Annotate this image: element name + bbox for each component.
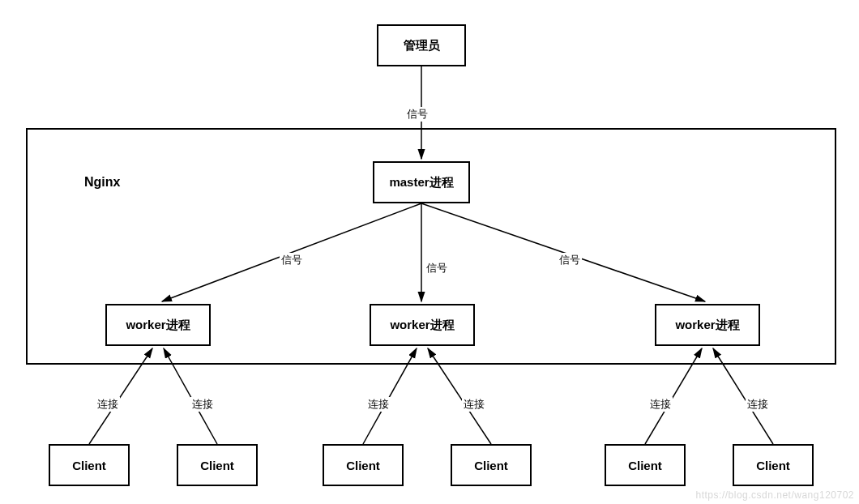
edge-client6-worker3-label: 连接 bbox=[746, 397, 770, 412]
edge-client3-worker2-label: 连接 bbox=[366, 397, 391, 412]
admin-box: 管理员 bbox=[377, 24, 466, 66]
client6-box: Client bbox=[733, 444, 814, 486]
client4-box: Client bbox=[451, 444, 532, 486]
worker2-box: worker进程 bbox=[370, 304, 475, 346]
worker1-label: worker进程 bbox=[126, 318, 190, 333]
client1-box: Client bbox=[49, 444, 130, 486]
worker3-box: worker进程 bbox=[655, 304, 760, 346]
client3-label: Client bbox=[346, 459, 380, 472]
client3-box: Client bbox=[323, 444, 404, 486]
edge-master-worker2-label: 信号 bbox=[425, 261, 449, 275]
master-label: master进程 bbox=[389, 175, 453, 190]
nginx-label: Nginx bbox=[84, 175, 120, 190]
client4-label: Client bbox=[474, 459, 508, 472]
client1-label: Client bbox=[72, 459, 106, 472]
client5-box: Client bbox=[605, 444, 686, 486]
watermark: https://blog.csdn.net/wang120702 bbox=[696, 489, 854, 501]
edge-client4-worker2-label: 连接 bbox=[462, 397, 486, 412]
client5-label: Client bbox=[628, 459, 662, 472]
client6-label: Client bbox=[756, 459, 790, 472]
edge-client5-worker3-label: 连接 bbox=[648, 397, 673, 412]
client2-label: Client bbox=[200, 459, 234, 472]
worker3-label: worker进程 bbox=[675, 318, 739, 333]
master-box: master进程 bbox=[373, 161, 470, 203]
worker1-box: worker进程 bbox=[105, 304, 211, 346]
worker2-label: worker进程 bbox=[390, 318, 454, 333]
admin-label: 管理员 bbox=[404, 38, 440, 53]
edge-client1-worker1-label: 连接 bbox=[96, 397, 120, 412]
edge-master-worker3-label: 信号 bbox=[558, 253, 582, 267]
client2-box: Client bbox=[177, 444, 258, 486]
edge-client2-worker1-label: 连接 bbox=[190, 397, 215, 412]
edge-admin-master-label: 信号 bbox=[405, 107, 430, 122]
edge-master-worker1-label: 信号 bbox=[280, 253, 304, 267]
